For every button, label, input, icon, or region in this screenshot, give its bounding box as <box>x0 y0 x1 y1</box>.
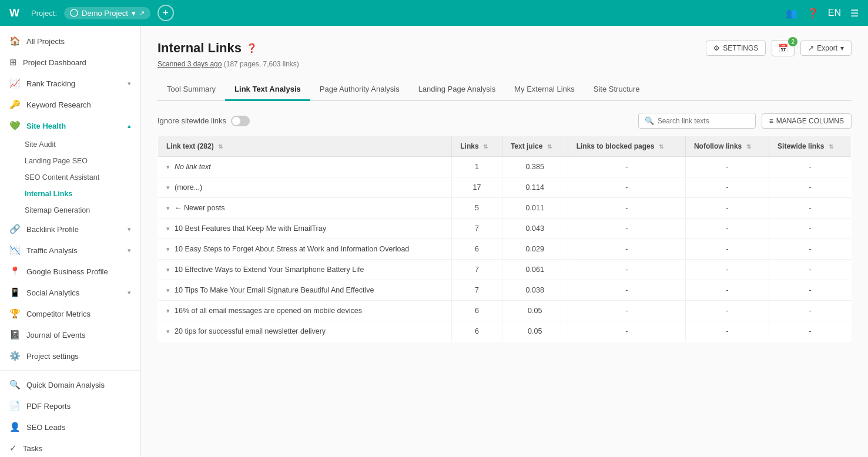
expand-icon[interactable]: ▾ <box>166 307 170 315</box>
sort-icon: ⇅ <box>829 143 833 150</box>
users-icon[interactable]: 👥 <box>786 8 797 19</box>
site-health-subnav: Site Audit Landing Page SEO SEO Content … <box>0 136 140 219</box>
sidebar-item-site-health[interactable]: 💚 Site Health ▴ <box>0 115 140 136</box>
sidebar-item-quick-domain[interactable]: 🔍 Quick Domain Analysis <box>0 374 140 395</box>
sidebar-item-seo-leads[interactable]: 👤 SEO Leads <box>0 416 140 438</box>
table-row: ▾10 Easy Steps to Forget About Stress at… <box>158 239 852 260</box>
language-selector[interactable]: EN <box>828 8 841 18</box>
sidebar-label-seo-leads: SEO Leads <box>26 423 66 432</box>
expand-icon[interactable]: ▾ <box>166 225 170 233</box>
sidebar-label-journal: Journal of Events <box>26 331 85 340</box>
td-text-juice: 0.114 <box>502 177 568 198</box>
td-nofollow: - <box>685 280 769 301</box>
link-text-value: 10 Best Features that Keep Me with Email… <box>175 224 326 233</box>
scan-stats: (187 pages, 7,603 links) <box>224 60 299 68</box>
chevron-down-icon: ▾ <box>840 44 844 52</box>
td-links: 17 <box>452 177 502 198</box>
tab-landing-page[interactable]: Landing Page Analysis <box>409 79 505 101</box>
sidebar-sub-site-audit[interactable]: Site Audit <box>25 136 140 153</box>
sidebar-item-traffic-analysis[interactable]: 📉 Traffic Analysis ▾ <box>0 240 140 261</box>
th-links[interactable]: Links ⇅ <box>452 136 502 157</box>
header-actions: ⚙ SETTINGS 📅 2 ↗ Export ▾ <box>706 40 852 56</box>
sidebar-item-google-business[interactable]: 📍 Google Business Profile <box>0 261 140 282</box>
sidebar-sub-seo-content[interactable]: SEO Content Assistant <box>25 169 140 186</box>
td-text-juice: 0.029 <box>502 239 568 260</box>
table-row: ▾← Newer posts50.011--- <box>158 198 852 219</box>
td-links: 7 <box>452 219 502 239</box>
td-nofollow: - <box>685 198 769 219</box>
project-name: Demo Project <box>82 9 128 18</box>
expand-icon[interactable]: ▾ <box>166 266 170 274</box>
sidebar-item-pdf-reports[interactable]: 📄 PDF Reports <box>0 395 140 416</box>
toggle-switch[interactable] <box>231 116 250 126</box>
help-circle-icon[interactable]: ❓ <box>246 43 257 53</box>
manage-columns-button[interactable]: ≡ MANAGE COLUMNS <box>762 113 852 129</box>
td-links: 5 <box>452 198 502 219</box>
tab-page-authority[interactable]: Page Authority Analysis <box>310 79 409 101</box>
sidebar-label-project-dashboard: Project Dashboard <box>23 58 86 67</box>
th-nofollow[interactable]: Nofollow links ⇅ <box>685 136 769 157</box>
sidebar-item-tasks[interactable]: ✓ Tasks <box>0 438 140 457</box>
sidebar-item-competitor-metrics[interactable]: 🏆 Competitor Metrics <box>0 303 140 324</box>
td-link-text: ▾No link text <box>158 157 452 177</box>
link-text-value: 16% of all email messages are opened on … <box>175 307 362 315</box>
td-link-text: ▾10 Easy Steps to Forget About Stress at… <box>158 239 452 260</box>
help-icon[interactable]: ❓ <box>807 8 819 19</box>
expand-icon[interactable]: ▾ <box>166 328 170 335</box>
table-row: ▾No link text10.385--- <box>158 157 852 177</box>
expand-icon[interactable]: ▾ <box>166 163 170 171</box>
sidebar-label-social-analytics: Social Analytics <box>26 288 79 297</box>
project-selector[interactable]: Demo Project ▾ ↗ <box>64 7 150 19</box>
sidebar-sub-sitemap[interactable]: Sitemap Generation <box>25 202 140 219</box>
backlink-icon: 🔗 <box>9 224 21 234</box>
td-links-blocked: - <box>568 198 685 219</box>
expand-icon[interactable]: ▾ <box>166 287 170 294</box>
td-text-juice: 0.385 <box>502 157 568 177</box>
ignore-label: Ignore sitewide links <box>157 116 226 125</box>
sidebar-item-project-settings[interactable]: ⚙️ Project settings <box>0 345 140 367</box>
sidebar-item-keyword-research[interactable]: 🔑 Keyword Research <box>0 94 140 115</box>
sidebar-sub-internal-links[interactable]: Internal Links <box>25 186 140 202</box>
sidebar-item-project-dashboard[interactable]: ⊞ Project Dashboard <box>0 52 140 73</box>
th-link-text[interactable]: Link text (282) ⇅ <box>158 136 452 157</box>
sidebar-label-tasks: Tasks <box>23 444 42 453</box>
search-box[interactable]: 🔍 <box>638 113 756 129</box>
page-title: Internal Links ❓ <box>157 41 257 56</box>
sidebar-item-backlink-profile[interactable]: 🔗 Backlink Profile ▾ <box>0 219 140 240</box>
td-sitewide: - <box>769 301 852 321</box>
add-project-button[interactable]: + <box>157 5 174 21</box>
settings-button[interactable]: ⚙ SETTINGS <box>706 41 766 56</box>
sidebar-label-site-health: Site Health <box>26 122 66 130</box>
table-row: ▾20 tips for successful email newsletter… <box>158 321 852 342</box>
tab-link-text-analysis[interactable]: Link Text Analysis <box>225 79 310 101</box>
expand-icon[interactable]: ▾ <box>166 204 170 212</box>
external-link-icon: ↗ <box>139 9 145 17</box>
tab-tool-summary[interactable]: Tool Summary <box>157 79 225 101</box>
sidebar-item-social-analytics[interactable]: 📱 Social Analytics ▾ <box>0 282 140 303</box>
td-links: 6 <box>452 301 502 321</box>
tab-my-external-links[interactable]: My External Links <box>505 79 584 101</box>
th-sitewide[interactable]: Sitewide links ⇅ <box>769 136 852 157</box>
td-link-text: ▾(more...) <box>158 177 452 198</box>
calendar-button[interactable]: 📅 2 <box>772 40 795 56</box>
tab-site-structure[interactable]: Site Structure <box>584 79 649 101</box>
expand-icon[interactable]: ▾ <box>166 184 170 191</box>
th-text-juice[interactable]: Text juice ⇅ <box>502 136 568 157</box>
th-links-blocked[interactable]: Links to blocked pages ⇅ <box>568 136 685 157</box>
sidebar-sub-landing-page-seo[interactable]: Landing Page SEO <box>25 153 140 169</box>
rank-icon: 📈 <box>9 78 21 89</box>
sort-icon: ⇅ <box>218 143 223 150</box>
sidebar-item-all-projects[interactable]: 🏠 All Projects <box>0 31 140 52</box>
sidebar-item-journal[interactable]: 📓 Journal of Events <box>0 324 140 345</box>
header-icons: 👥 ❓ EN ☰ <box>786 8 859 19</box>
chevron-icon: ▾ <box>128 289 131 297</box>
td-links-blocked: - <box>568 239 685 260</box>
menu-icon[interactable]: ☰ <box>850 8 859 19</box>
sidebar-item-rank-tracking[interactable]: 📈 Rank Tracking ▾ <box>0 73 140 94</box>
export-button[interactable]: ↗ Export ▾ <box>800 41 852 56</box>
link-text-value: 10 Effective Ways to Extend Your Smartph… <box>175 266 364 274</box>
search-input[interactable] <box>658 117 749 125</box>
chevron-down-icon: ▾ <box>132 9 136 18</box>
expand-icon[interactable]: ▾ <box>166 246 170 253</box>
scan-date-link[interactable]: Scanned 3 days ago <box>157 60 222 68</box>
